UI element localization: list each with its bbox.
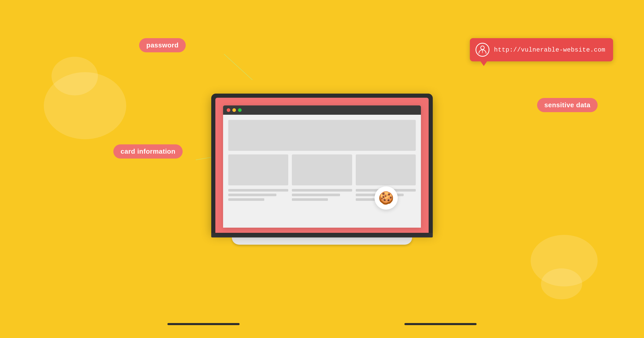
svg-point-4 bbox=[481, 46, 484, 50]
background-blob-2 bbox=[52, 57, 98, 95]
window-close-button[interactable] bbox=[227, 108, 230, 112]
content-block-top bbox=[228, 120, 416, 151]
content-block-col2 bbox=[292, 154, 352, 185]
password-label: password bbox=[139, 38, 186, 52]
content-block-col1 bbox=[228, 154, 288, 185]
warning-url: http://vulnerable-website.com bbox=[494, 46, 605, 53]
sensitive-data-label: sensitive data bbox=[537, 98, 598, 112]
laptop-bezel: 🍪 bbox=[215, 98, 429, 233]
cookie-icon: 🍪 bbox=[375, 186, 398, 210]
content-block-col3 bbox=[356, 154, 416, 185]
browser-content bbox=[223, 115, 421, 228]
warning-icon bbox=[476, 43, 489, 57]
password-text: password bbox=[146, 41, 179, 49]
laptop-hinge bbox=[211, 233, 433, 237]
browser-titlebar bbox=[223, 105, 421, 115]
scene: password card information sensitive data… bbox=[0, 0, 644, 338]
content-row-middle bbox=[228, 154, 416, 185]
svg-line-0 bbox=[224, 54, 252, 80]
laptop-base bbox=[232, 237, 412, 245]
background-blob-4 bbox=[541, 268, 582, 299]
browser-window bbox=[223, 105, 421, 228]
content-line bbox=[228, 189, 288, 192]
sensitive-data-text: sensitive data bbox=[544, 101, 590, 109]
shadow-line-left bbox=[167, 323, 240, 325]
warning-bubble: http://vulnerable-website.com bbox=[470, 38, 613, 61]
content-line bbox=[228, 198, 264, 201]
card-information-text: card information bbox=[121, 147, 175, 155]
lines-col1 bbox=[228, 189, 288, 201]
content-line bbox=[228, 194, 276, 196]
shadow-line-right bbox=[404, 323, 477, 325]
window-minimize-button[interactable] bbox=[232, 108, 236, 112]
svg-point-6 bbox=[482, 52, 483, 53]
laptop-screen-body: 🍪 bbox=[211, 94, 433, 233]
laptop-container: 🍪 bbox=[211, 94, 433, 245]
cookie-emoji: 🍪 bbox=[378, 191, 394, 205]
window-maximize-button[interactable] bbox=[238, 108, 242, 112]
card-information-label: card information bbox=[113, 144, 183, 159]
content-line bbox=[292, 194, 340, 196]
lines-col2 bbox=[292, 189, 352, 201]
content-line bbox=[292, 198, 328, 201]
floor-shadow-lines bbox=[167, 323, 477, 325]
content-line bbox=[292, 189, 352, 192]
